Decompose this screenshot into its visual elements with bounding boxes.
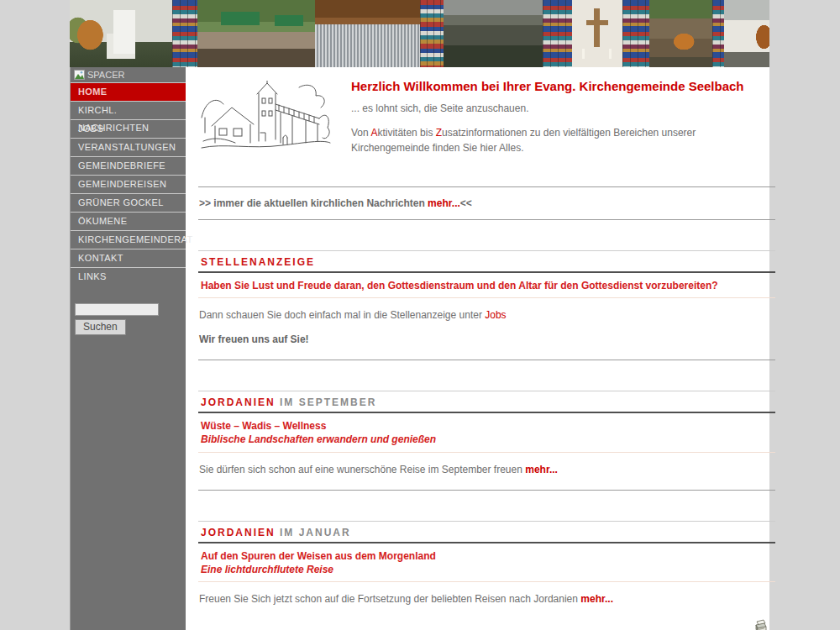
intro-paragraph-1: ... es lohnt sich, die Seite anzuschauen…	[351, 101, 775, 116]
banner-photo-stained-glass	[622, 0, 649, 67]
jobs-link[interactable]: Jobs	[485, 309, 506, 321]
september-more-link[interactable]: mehr...	[525, 464, 558, 475]
header-photo-banner	[70, 0, 769, 67]
section-jordanien-januar: JORDANIEN IM JANUAR Auf den Spuren der W…	[198, 521, 775, 606]
banner-photo-parish-group	[649, 0, 712, 67]
search-button[interactable]: Suchen	[75, 319, 126, 335]
sidebar-nav: SPACER HOME KIRCHL. NACHRICHTEN JOBS VER…	[70, 67, 186, 630]
banner-photo-altar-cross	[572, 0, 622, 67]
sidebar-item-gemeindebriefe[interactable]: GEMEINDEBRIEFE	[71, 157, 186, 176]
broken-image-icon	[74, 70, 85, 80]
section-title-stellenanzeige: STELLENANZEIGE	[198, 250, 775, 273]
sidebar-item-veranstaltungen[interactable]: VERANSTALTUNGEN	[71, 139, 186, 157]
sidebar-item-links[interactable]: LINKS	[71, 268, 186, 286]
section-title-text: STELLENANZEIGE	[201, 256, 315, 268]
sidebar-item-gemeindereisen[interactable]: GEMEINDEREISEN	[71, 176, 186, 194]
intro-text: Herzlich Willkommen bei Ihrer Evang. Kir…	[351, 79, 775, 170]
section-title-jordanien-januar: JORDANIEN IM JANUAR	[198, 521, 775, 543]
januar-trip-line2: Eine lichtdurchflutete Reise	[201, 563, 775, 576]
spacer-broken-image: SPACER	[71, 67, 186, 82]
section-stellenanzeige: STELLENANZEIGE Haben Sie Lust und Freude…	[198, 250, 775, 360]
search-input[interactable]	[75, 303, 159, 316]
sidebar-item-home[interactable]: HOME	[71, 83, 186, 102]
banner-photo-parish-festival	[197, 0, 315, 67]
section-title-grey: IM SEPTEMBER	[276, 396, 377, 408]
intro-p2-text: Von	[351, 127, 370, 139]
september-trip-title: Wüste – Wadis – Wellness Biblische Lands…	[198, 413, 775, 452]
stellenanzeige-question: Haben Sie Lust und Freude daran, den Got…	[198, 273, 775, 298]
section-jordanien-september: JORDANIEN IM SEPTEMBER Wüste – Wadis – W…	[198, 391, 775, 490]
september-trip-line1: Wüste – Wadis – Wellness	[201, 419, 775, 433]
main-menu: HOME KIRCHL. NACHRICHTEN JOBS VERANSTALT…	[71, 82, 186, 286]
januar-trip-title: Auf den Spuren der Weisen aus dem Morgen…	[198, 543, 775, 582]
section-title-jordanien-september: JORDANIEN IM SEPTEMBER	[198, 391, 775, 413]
banner-photo-church-organ	[315, 0, 420, 67]
banner-photo-stained-glass	[712, 0, 724, 67]
section-title-red: JORDANIEN	[201, 396, 276, 408]
intro-p2-highlight-z: Z	[436, 127, 442, 139]
page-title: Herzlich Willkommen bei Ihrer Evang. Kir…	[351, 79, 775, 93]
intro-paragraph-2: Von Aktivitäten bis Zusatzinformationen …	[351, 125, 775, 155]
banner-photo-white-church	[724, 0, 769, 67]
news-more-link[interactable]: mehr...	[428, 197, 460, 209]
stellenanzeige-body: Dann schauen Sie doch einfach mal in die…	[199, 307, 775, 323]
banner-photo-stained-glass	[172, 0, 197, 67]
banner-photo-stained-glass	[543, 0, 572, 67]
spacer-alt-text: SPACER	[87, 70, 124, 80]
sidebar-item-kirchengemeinderat[interactable]: KIRCHENGEMEINDERAT	[71, 231, 186, 249]
church-sketch-image	[198, 81, 333, 158]
januar-more-link[interactable]: mehr...	[580, 593, 613, 605]
september-body: Sie dürfen sich schon auf eine wunerschö…	[199, 462, 775, 477]
intro-p2-text: ktivitäten bis	[377, 127, 435, 139]
news-teaser-suffix: <<	[460, 197, 472, 209]
sidebar-item-gruener-gockel[interactable]: GRÜNER GOCKEL	[71, 194, 186, 213]
main-content: Herzlich Willkommen bei Ihrer Evang. Kir…	[186, 67, 786, 630]
banner-photo-stained-glass	[420, 0, 444, 67]
print-row	[198, 618, 769, 630]
banner-photo-church-autumn	[70, 0, 172, 67]
page-frame: SPACER HOME KIRCHL. NACHRICHTEN JOBS VER…	[70, 0, 769, 630]
sidebar-item-kirchl-nachrichten[interactable]: KIRCHL. NACHRICHTEN	[71, 102, 186, 120]
sidebar-item-kontakt[interactable]: KONTAKT	[71, 249, 186, 268]
stellenanzeige-body-text: Dann schauen Sie doch einfach mal in die…	[199, 309, 485, 321]
januar-trip-line1: Auf den Spuren der Weisen aus dem Morgen…	[201, 549, 775, 563]
search-box: Suchen	[75, 303, 186, 335]
news-teaser-text: >> immer die aktuellen kirchlichen Nachr…	[199, 197, 428, 209]
banner-photo-old-church	[444, 0, 543, 67]
section-title-red: JORDANIEN	[201, 527, 276, 538]
januar-body: Freuen Sie Sich jetzt schon auf die Fort…	[199, 591, 775, 606]
september-body-text: Sie dürfen sich schon auf eine wunerschö…	[199, 464, 525, 475]
section-divider	[198, 360, 775, 360]
stellenanzeige-closing: Wir freuen uns auf Sie!	[199, 332, 775, 347]
section-title-grey: IM JANUAR	[276, 527, 351, 538]
september-trip-line2: Biblische Landschaften erwandern und gen…	[201, 433, 775, 446]
januar-body-text: Freuen Sie Sich jetzt schon auf die Fort…	[199, 593, 580, 605]
intro-section: Herzlich Willkommen bei Ihrer Evang. Kir…	[198, 79, 775, 170]
section-divider	[198, 490, 775, 491]
printer-icon[interactable]	[753, 618, 769, 630]
news-teaser: >> immer die aktuellen kirchlichen Nachr…	[198, 186, 775, 220]
sidebar-item-oekumene[interactable]: ÖKUMENE	[71, 213, 186, 231]
